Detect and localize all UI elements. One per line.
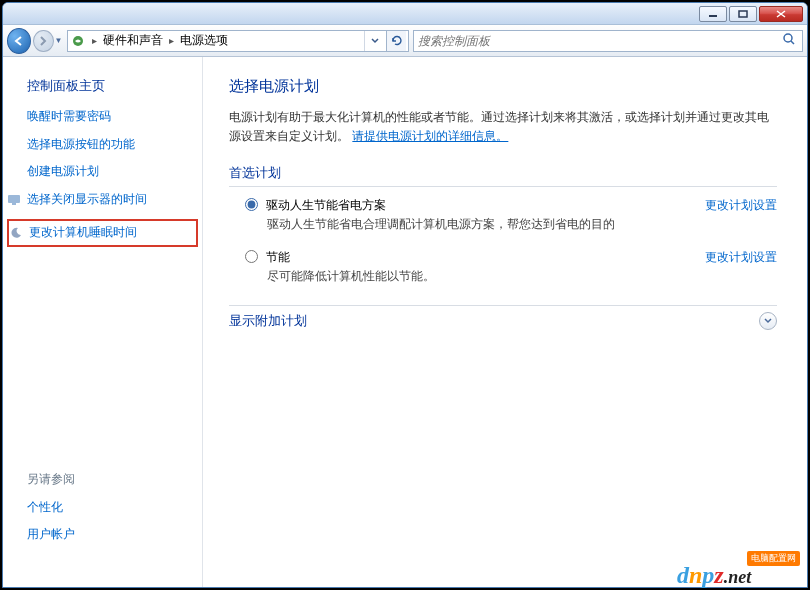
see-also-user-accounts[interactable]: 用户帐户 — [27, 527, 194, 543]
titlebar[interactable] — [3, 3, 807, 25]
page-title: 选择电源计划 — [229, 77, 777, 96]
address-dropdown[interactable] — [364, 31, 384, 51]
sidebar-item-label: 选择关闭显示器的时间 — [27, 192, 147, 208]
back-button[interactable] — [7, 28, 31, 54]
arrow-right-icon — [38, 36, 48, 46]
power-options-icon — [70, 33, 86, 49]
search-input[interactable] — [418, 34, 782, 48]
sidebar-item-label: 唤醒时需要密码 — [27, 109, 111, 125]
minimize-icon — [708, 10, 718, 18]
breadcrumb-segment[interactable]: 电源选项 — [180, 32, 228, 49]
page-description: 电源计划有助于最大化计算机的性能或者节能。通过选择计划来将其激活，或选择计划并通… — [229, 108, 777, 146]
navbar: ▼ ▸ 硬件和声音 ▸ 电源选项 — [3, 25, 807, 57]
chevron-down-icon — [371, 37, 379, 45]
plan-row: 驱动人生节能省电方案 更改计划设置 — [229, 191, 777, 216]
content: 控制面板主页 唤醒时需要密码 选择电源按钮的功能 创建电源计划 选择关闭显示器的… — [3, 57, 807, 587]
sidebar: 控制面板主页 唤醒时需要密码 选择电源按钮的功能 创建电源计划 选择关闭显示器的… — [3, 57, 203, 587]
forward-button[interactable] — [33, 30, 54, 52]
plan-radio[interactable] — [245, 198, 258, 211]
close-icon — [776, 10, 786, 18]
plan-name[interactable]: 节能 — [266, 249, 705, 266]
plan-row: 节能 更改计划设置 — [229, 243, 777, 268]
change-plan-settings-link[interactable]: 更改计划设置 — [705, 249, 777, 266]
sidebar-link-require-password[interactable]: 唤醒时需要密码 — [27, 109, 194, 125]
see-also-heading: 另请参阅 — [27, 471, 194, 488]
sidebar-link-sleep-time[interactable]: 更改计算机睡眠时间 — [7, 219, 198, 247]
monitor-icon — [7, 193, 21, 207]
sidebar-link-display-off[interactable]: 选择关闭显示器的时间 — [7, 192, 194, 208]
breadcrumb-sep-icon: ▸ — [92, 35, 97, 46]
breadcrumb-segment[interactable]: 硬件和声音 — [103, 32, 163, 49]
sidebar-item-label: 创建电源计划 — [27, 164, 99, 180]
sidebar-item-label: 更改计算机睡眠时间 — [29, 225, 137, 241]
sidebar-link-power-button[interactable]: 选择电源按钮的功能 — [27, 137, 194, 153]
svg-point-3 — [784, 34, 792, 42]
more-info-link[interactable]: 请提供电源计划的详细信息。 — [352, 129, 508, 143]
close-button[interactable] — [759, 6, 803, 22]
svg-rect-1 — [739, 11, 747, 17]
sidebar-link-create-plan[interactable]: 创建电源计划 — [27, 164, 194, 180]
plan-radio[interactable] — [245, 250, 258, 263]
refresh-icon — [390, 34, 404, 48]
sidebar-item-label: 选择电源按钮的功能 — [27, 137, 135, 153]
explorer-window: ▼ ▸ 硬件和声音 ▸ 电源选项 — [2, 2, 808, 588]
plan-name[interactable]: 驱动人生节能省电方案 — [266, 197, 705, 214]
plan-desc: 驱动人生节能省电合理调配计算机电源方案，帮您达到省电的目的 — [229, 216, 777, 243]
chevron-down-icon — [763, 316, 773, 326]
maximize-icon — [738, 10, 748, 18]
svg-rect-0 — [709, 15, 717, 17]
preferred-plans-heading: 首选计划 — [229, 164, 777, 187]
search-bar[interactable] — [413, 30, 803, 52]
svg-rect-5 — [12, 203, 16, 205]
nav-history-dropdown[interactable]: ▼ — [54, 34, 63, 48]
refresh-button[interactable] — [386, 31, 406, 51]
change-plan-settings-link[interactable]: 更改计划设置 — [705, 197, 777, 214]
sidebar-heading[interactable]: 控制面板主页 — [27, 77, 194, 95]
main-panel: 选择电源计划 电源计划有助于最大化计算机的性能或者节能。通过选择计划来将其激活，… — [203, 57, 807, 587]
sidebar-item-label: 用户帐户 — [27, 527, 75, 543]
moon-icon — [9, 226, 23, 240]
additional-plans-row[interactable]: 显示附加计划 — [229, 305, 777, 330]
search-icon[interactable] — [782, 32, 798, 49]
breadcrumb-sep-icon: ▸ — [169, 35, 174, 46]
sidebar-item-label: 个性化 — [27, 500, 63, 516]
svg-rect-4 — [8, 195, 20, 203]
expand-button[interactable] — [759, 312, 777, 330]
maximize-button[interactable] — [729, 6, 757, 22]
nav-buttons: ▼ — [7, 27, 63, 55]
arrow-left-icon — [13, 35, 25, 47]
minimize-button[interactable] — [699, 6, 727, 22]
sidebar-footer: 另请参阅 个性化 用户帐户 — [27, 471, 194, 579]
see-also-personalization[interactable]: 个性化 — [27, 500, 194, 516]
plan-desc: 尽可能降低计算机性能以节能。 — [229, 268, 777, 295]
additional-plans-label: 显示附加计划 — [229, 312, 759, 330]
address-bar[interactable]: ▸ 硬件和声音 ▸ 电源选项 — [67, 30, 409, 52]
